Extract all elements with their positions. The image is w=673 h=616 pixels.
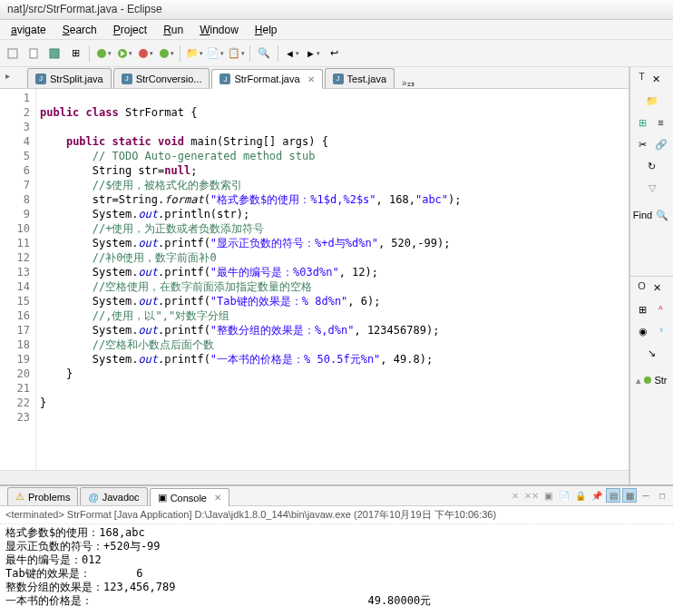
console-header: <terminated> StrFormat [Java Application…: [0, 506, 673, 524]
close-icon[interactable]: ✕: [649, 280, 666, 297]
open-type-icon[interactable]: [4, 44, 22, 63]
line-gutter: 1234⊖567891011121314151617181920212223: [0, 89, 36, 470]
tab-label: Test.java: [347, 73, 386, 84]
java-file-icon: J: [333, 73, 344, 84]
outline-label: O: [638, 280, 646, 297]
tree-toggle-icon[interactable]: ▴: [636, 375, 641, 386]
menu-search[interactable]: Search: [55, 22, 104, 38]
svg-rect-1: [30, 49, 37, 58]
nav-back-icon[interactable]: ◄: [283, 44, 301, 63]
menu-window[interactable]: Window: [192, 22, 246, 38]
menu-help[interactable]: Help: [248, 22, 285, 38]
search-icon[interactable]: 🔍: [255, 44, 273, 63]
restore-icon[interactable]: ▸: [5, 71, 10, 81]
list-icon[interactable]: ≡: [653, 114, 669, 131]
tab-strsplit[interactable]: J StrSplit.java: [27, 68, 112, 88]
task-label: T: [639, 71, 645, 87]
terminate-icon[interactable]: ▣: [541, 488, 555, 503]
menu-project[interactable]: Project: [106, 22, 154, 38]
tab-strformat[interactable]: J StrFormat.java ✕: [211, 69, 322, 89]
open-console-icon[interactable]: ▦: [622, 488, 637, 503]
toggle-icon[interactable]: ⊞: [66, 44, 84, 63]
scroll-lock-icon[interactable]: 🔒: [573, 488, 588, 503]
max-icon[interactable]: □: [655, 488, 669, 503]
editor-pane: ▸ J StrSplit.java J StrConversio... J St…: [0, 67, 629, 484]
min-icon[interactable]: ─: [639, 488, 653, 503]
outline-pane: O✕ ⊞ᴬ ◉ˢ ↘ ▴ Str: [629, 276, 673, 485]
menu-navigate[interactable]: avigate: [4, 22, 54, 38]
tab-javadoc[interactable]: @ Javadoc: [80, 487, 147, 505]
tab-console[interactable]: ▣ Console ✕: [150, 488, 229, 506]
tab-label: Problems: [28, 492, 70, 503]
separator: [180, 45, 180, 62]
code-editor[interactable]: 1234⊖567891011121314151617181920212223 p…: [0, 89, 629, 470]
tool-icon[interactable]: ✂: [635, 136, 651, 152]
svg-rect-0: [8, 49, 17, 58]
display-icon[interactable]: ▤: [606, 488, 620, 503]
remove-icon[interactable]: ✕: [508, 488, 522, 503]
sync-icon[interactable]: 🔗: [653, 136, 669, 152]
menu-run[interactable]: Run: [156, 22, 190, 38]
clear-icon[interactable]: 📄: [557, 488, 571, 503]
horizontal-scrollbar[interactable]: [0, 470, 629, 484]
code-content[interactable]: public class StrFormat { public static v…: [36, 89, 629, 470]
link-icon[interactable]: ↘: [644, 346, 660, 362]
tab-label: StrFormat.java: [234, 73, 299, 84]
window-title: nat]/src/StrFormat.java - Eclipse: [0, 0, 673, 20]
tree-icon[interactable]: ⊞: [635, 114, 651, 131]
separator: [249, 45, 250, 62]
tab-overflow[interactable]: »₂₃: [402, 78, 415, 88]
editor-tabs: ▸ J StrSplit.java J StrConversio... J St…: [0, 67, 629, 89]
tab-label: Console: [171, 493, 207, 504]
toolbar: ⊞ 📁 📄 📋 🔍 ◄ ► ↩: [0, 40, 673, 67]
tab-label: StrSplit.java: [50, 73, 103, 84]
svg-point-3: [97, 49, 106, 58]
java-file-icon: J: [35, 73, 46, 84]
new-package-icon[interactable]: 📁: [185, 44, 203, 63]
tab-label: StrConversio...: [136, 73, 202, 84]
open-task-icon[interactable]: 📋: [227, 44, 245, 63]
filter-icon[interactable]: ⊞: [635, 302, 651, 318]
close-icon[interactable]: ✕: [214, 493, 221, 503]
new-icon[interactable]: [24, 44, 43, 63]
ext-tools-icon[interactable]: [157, 44, 175, 63]
console-toolbar: ✕ ✕✕ ▣ 📄 🔒 📌 ▤ ▦ ─ □: [508, 488, 669, 503]
tab-label: Javadoc: [102, 492, 140, 503]
debug-icon[interactable]: [94, 44, 112, 63]
hide-icon[interactable]: ◉: [635, 324, 651, 340]
nav-fwd-icon[interactable]: ►: [304, 44, 322, 63]
problems-icon: ⚠: [15, 491, 24, 503]
remove-all-icon[interactable]: ✕✕: [524, 488, 539, 503]
coverage-icon[interactable]: [136, 44, 154, 63]
search-icon[interactable]: 🔍: [654, 207, 670, 223]
svg-rect-2: [50, 49, 59, 58]
sort-icon[interactable]: ᴬ: [653, 302, 669, 318]
tab-problems[interactable]: ⚠ Problems: [7, 487, 78, 505]
save-icon[interactable]: [45, 44, 63, 63]
refresh-icon[interactable]: ↻: [644, 158, 660, 174]
svg-point-9: [644, 376, 651, 384]
menubar: avigate Search Project Run Window Help: [0, 20, 673, 40]
console-icon: ▣: [158, 492, 167, 504]
outline-item[interactable]: Str: [654, 375, 667, 386]
new-class-icon[interactable]: 📄: [206, 44, 224, 63]
last-edit-icon[interactable]: ↩: [325, 44, 343, 63]
close-icon[interactable]: ✕: [649, 71, 665, 87]
class-icon: [643, 376, 652, 385]
bottom-tabs: ⚠ Problems @ Javadoc ▣ Console ✕ ✕ ✕✕ ▣ …: [0, 486, 673, 506]
tab-test[interactable]: J Test.java: [325, 68, 395, 88]
svg-point-7: [160, 49, 169, 58]
find-label: Find: [633, 210, 652, 220]
tab-strconversion[interactable]: J StrConversio...: [113, 68, 210, 88]
java-file-icon: J: [219, 73, 230, 84]
collapse-icon[interactable]: ▽: [644, 180, 660, 196]
run-icon[interactable]: [115, 44, 133, 63]
close-icon[interactable]: ✕: [307, 74, 315, 84]
console-output[interactable]: 格式参数$的使用：168,abc 显示正负数的符号：+520与-99 最牛的编号…: [0, 524, 673, 616]
pin-icon[interactable]: 📌: [590, 488, 604, 503]
show-icon[interactable]: ˢ: [653, 324, 669, 340]
separator: [89, 45, 90, 62]
folder-icon[interactable]: 📁: [644, 93, 660, 109]
task-pane: T✕ 📁 ⊞≡ ✂🔗 ↻ ▽ Find 🔍: [629, 67, 673, 276]
separator: [278, 45, 278, 62]
